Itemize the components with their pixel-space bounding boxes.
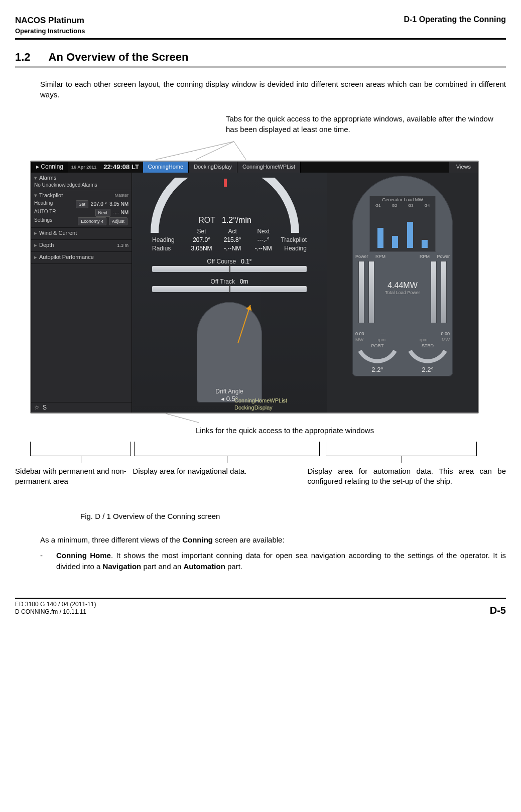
- rudder-row: PORT 2.2° STBD 2.2°: [352, 343, 453, 373]
- header-left: NACOS Platinum Operating Instructions: [15, 15, 85, 35]
- rud-port-lbl: PORT: [357, 343, 398, 348]
- p2-post: screen are available:: [213, 535, 285, 544]
- tab-dockingdisplay[interactable]: DockingDisplay: [189, 162, 237, 173]
- bullet-end: part.: [225, 562, 242, 571]
- footer-rule: [15, 598, 506, 599]
- bracket-label-nav: Display area for navigational data.: [130, 466, 308, 487]
- clock: 22:49:08 LT: [100, 162, 143, 173]
- offcourse-bar: [152, 266, 307, 272]
- header-rule: [15, 38, 506, 40]
- radius-mode: Heading: [279, 245, 307, 252]
- gen-bar-4: [422, 240, 428, 248]
- depth-title: Depth: [39, 242, 54, 248]
- radius-val-inline: 3.05 NM: [109, 201, 128, 207]
- alarms-title: Alarms: [39, 175, 56, 181]
- chapter-title: D-1 Operating the Conning: [404, 15, 506, 24]
- economy-picker[interactable]: Economy 4: [78, 217, 106, 225]
- total-load-label: Total Load Power: [385, 290, 420, 295]
- leader-lines-bottom: [30, 414, 477, 424]
- engine-left: Power RPM 0.00 --- MW rpm: [355, 261, 385, 336]
- bullet-title-bold: Conning Home: [56, 551, 111, 560]
- sidebar-autopilot-perf[interactable]: ▸Autopilot Performance: [31, 252, 132, 264]
- radius-next: -.--NM: [248, 245, 279, 252]
- quick-link-wplist[interactable]: ConningHomeWPList: [234, 397, 287, 404]
- quick-link-docking[interactable]: DockingDisplay: [234, 404, 287, 412]
- screenshot-body: ▾Alarms No Unacknowledged Alarms ▾Trackp…: [31, 173, 478, 413]
- autotr-key: AUTO TR: [34, 208, 56, 217]
- rudder-stbd: STBD 2.2°: [408, 343, 448, 373]
- sidebar-alarms[interactable]: ▾Alarms No Unacknowledged Alarms: [31, 173, 132, 190]
- star-icon[interactable]: ☆: [34, 404, 40, 411]
- total-load-block: 4.44MW Total Load Power: [385, 281, 420, 295]
- sidebar-bottom[interactable]: ☆ S: [31, 402, 132, 413]
- bracket-auto: [326, 442, 477, 456]
- eng-left-col1: [358, 261, 364, 323]
- adjust-button[interactable]: Adjust: [109, 217, 127, 225]
- row-heading-label: Heading: [152, 236, 186, 243]
- bullet-body: Conning Home. It shows the most importan…: [56, 550, 506, 573]
- callout-links: Links for the quick access to the approp…: [196, 426, 506, 436]
- bracket-nav: [134, 442, 320, 456]
- bracket-labels-row: Sidebar with permanent and non-permanent…: [15, 466, 506, 487]
- quick-links: ConningHomeWPList DockingDisplay: [234, 397, 287, 412]
- set-button[interactable]: Set: [76, 200, 89, 208]
- footer-file-date: D CONNING.fm / 10.11.11: [15, 608, 96, 616]
- automation-area: Generator Load MW G1 G2 G3 G4: [327, 173, 478, 413]
- gen-col-g2: G2: [392, 203, 397, 208]
- rud-stbd-val: 2.2°: [408, 366, 448, 373]
- eng-left-col2: [368, 261, 374, 323]
- next-button[interactable]: Next: [95, 209, 111, 217]
- alarms-msg: No Unacknowledged Alarms: [34, 182, 128, 188]
- brackets-row: [30, 442, 477, 456]
- mw-unit-l: MW: [355, 337, 363, 342]
- gen-bar-1: [377, 228, 383, 248]
- gen-col-g3: G3: [408, 203, 414, 208]
- offcourse-value: 0.1°: [241, 258, 251, 265]
- left-rpm-val: ---: [381, 331, 385, 336]
- rud-port-arc-icon: [357, 348, 398, 363]
- page-footer: ED 3100 G 140 / 04 (2011-11) D CONNING.f…: [15, 601, 506, 616]
- radius-act: -.--NM: [217, 245, 248, 252]
- rpm-unit-r: rpm: [420, 337, 428, 342]
- offtrack-bar: [152, 286, 307, 292]
- bullet-and: part and an: [141, 562, 183, 571]
- nav-area: ROT 1.2°/min Set Act Next Heading 207.: [132, 173, 327, 413]
- svg-line-2: [234, 142, 246, 160]
- conning-label[interactable]: ▸ Conning: [31, 162, 68, 173]
- rpm-label-r: RPM: [420, 254, 430, 259]
- row-radius-label: Radius: [152, 245, 186, 252]
- sidebar-depth[interactable]: ▸Depth 1.3 m: [31, 240, 132, 252]
- p2-bold: Conning: [182, 535, 213, 544]
- bracket-label-auto: Display area for automation data. This a…: [307, 466, 506, 487]
- section-underline: [15, 66, 506, 68]
- bullet-nav-bold: Navigation: [103, 562, 142, 571]
- ship-silhouette: Generator Load MW G1 G2 G3 G4: [352, 176, 453, 376]
- wind-title: Wind & Current: [39, 230, 77, 236]
- page-header: NACOS Platinum Operating Instructions D-…: [15, 15, 506, 35]
- sidebar-trackpilot[interactable]: ▾Trackpilot Master Heading Set 207.0 ° 3…: [31, 190, 132, 228]
- footer-doc-id: ED 3100 G 140 / 04 (2011-11): [15, 601, 96, 609]
- section-title: An Overview of the Screen: [49, 51, 189, 64]
- bracket-label-sidebar: Sidebar with permanent and non-permanent…: [15, 466, 130, 487]
- power-label-r: Power: [437, 254, 450, 259]
- right-rpm-val: ---: [420, 331, 424, 336]
- rud-stbd-arc-icon: [408, 348, 448, 363]
- tab-conninghomewplist[interactable]: ConningHomeWPList: [237, 162, 301, 173]
- trackpilot-title: Trackpilot: [39, 192, 63, 198]
- leader-lines-top: [30, 141, 477, 161]
- screenshot-panel: ▸ Conning 16 Apr 2011 22:49:08 LT Connin…: [30, 161, 479, 414]
- heading-set: 207.0°: [186, 236, 217, 243]
- doc-subtitle: Operating Instructions: [15, 27, 85, 36]
- bow-ship-silhouette: [197, 302, 262, 402]
- bottom-s-label: S: [43, 404, 47, 411]
- views-dropdown[interactable]: Views: [449, 162, 478, 173]
- settings-key: Settings: [34, 217, 52, 225]
- rud-port-val: 2.2°: [357, 366, 398, 373]
- tab-conninghome[interactable]: ConningHome: [143, 162, 189, 173]
- col-act: Act: [217, 228, 248, 235]
- callout-tabs: Tabs for the quick access to the appropr…: [226, 114, 506, 134]
- sidebar-windcurrent[interactable]: ▸Wind & Current: [31, 228, 132, 240]
- rot-readout: ROT 1.2°/min: [198, 216, 251, 225]
- footer-page-number: D-5: [490, 605, 506, 616]
- heading-key: Heading: [34, 200, 53, 208]
